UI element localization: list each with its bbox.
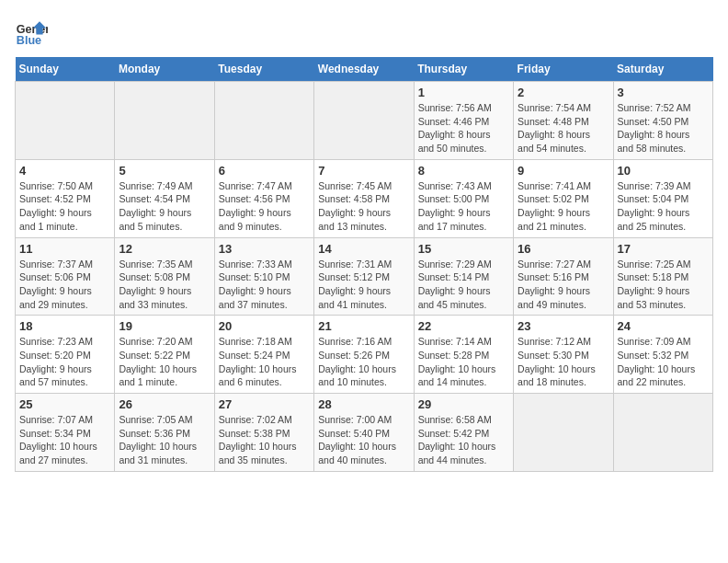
calendar-cell: 28Sunrise: 7:00 AM Sunset: 5:40 PM Dayli… bbox=[314, 394, 414, 472]
day-number: 1 bbox=[418, 86, 509, 99]
calendar-cell bbox=[613, 394, 712, 472]
col-header-sunday: Sunday bbox=[16, 57, 115, 82]
calendar-cell: 6Sunrise: 7:47 AM Sunset: 4:56 PM Daylig… bbox=[214, 159, 313, 237]
day-info: Sunrise: 7:56 AM Sunset: 4:46 PM Dayligh… bbox=[418, 101, 509, 155]
calendar-cell: 10Sunrise: 7:39 AM Sunset: 5:04 PM Dayli… bbox=[613, 159, 712, 237]
day-info: Sunrise: 7:02 AM Sunset: 5:38 PM Dayligh… bbox=[219, 413, 310, 467]
col-header-friday: Friday bbox=[514, 57, 613, 82]
day-number: 14 bbox=[318, 242, 409, 256]
calendar-cell: 14Sunrise: 7:31 AM Sunset: 5:12 PM Dayli… bbox=[314, 237, 414, 316]
calendar-cell: 3Sunrise: 7:52 AM Sunset: 4:50 PM Daylig… bbox=[613, 82, 712, 160]
calendar-cell: 22Sunrise: 7:14 AM Sunset: 5:28 PM Dayli… bbox=[414, 316, 513, 394]
page-header: General Blue bbox=[15, 15, 713, 48]
calendar-cell: 15Sunrise: 7:29 AM Sunset: 5:14 PM Dayli… bbox=[414, 237, 513, 316]
calendar-week-row: 4Sunrise: 7:50 AM Sunset: 4:52 PM Daylig… bbox=[16, 159, 713, 237]
day-number: 24 bbox=[618, 319, 709, 333]
day-info: Sunrise: 7:05 AM Sunset: 5:36 PM Dayligh… bbox=[119, 413, 210, 467]
day-number: 20 bbox=[219, 319, 310, 333]
day-info: Sunrise: 7:27 AM Sunset: 5:16 PM Dayligh… bbox=[518, 258, 609, 312]
calendar-cell: 20Sunrise: 7:18 AM Sunset: 5:24 PM Dayli… bbox=[214, 316, 313, 394]
calendar-table: SundayMondayTuesdayWednesdayThursdayFrid… bbox=[15, 57, 713, 472]
col-header-saturday: Saturday bbox=[613, 57, 712, 82]
calendar-cell: 9Sunrise: 7:41 AM Sunset: 5:02 PM Daylig… bbox=[514, 159, 613, 237]
calendar-week-row: 11Sunrise: 7:37 AM Sunset: 5:06 PM Dayli… bbox=[16, 237, 713, 316]
day-number: 16 bbox=[518, 242, 609, 256]
calendar-cell: 2Sunrise: 7:54 AM Sunset: 4:48 PM Daylig… bbox=[514, 82, 613, 160]
calendar-cell: 16Sunrise: 7:27 AM Sunset: 5:16 PM Dayli… bbox=[514, 237, 613, 316]
calendar-cell: 21Sunrise: 7:16 AM Sunset: 5:26 PM Dayli… bbox=[314, 316, 414, 394]
day-number: 3 bbox=[618, 86, 709, 99]
day-number: 17 bbox=[618, 242, 709, 256]
day-number: 22 bbox=[418, 319, 509, 333]
day-number: 8 bbox=[418, 164, 509, 178]
day-number: 11 bbox=[19, 242, 110, 256]
day-info: Sunrise: 7:45 AM Sunset: 4:58 PM Dayligh… bbox=[318, 179, 409, 234]
calendar-cell: 19Sunrise: 7:20 AM Sunset: 5:22 PM Dayli… bbox=[115, 316, 214, 394]
calendar-cell: 5Sunrise: 7:49 AM Sunset: 4:54 PM Daylig… bbox=[115, 159, 214, 237]
day-number: 7 bbox=[318, 164, 409, 178]
day-info: Sunrise: 7:14 AM Sunset: 5:28 PM Dayligh… bbox=[418, 335, 509, 389]
day-info: Sunrise: 7:25 AM Sunset: 5:18 PM Dayligh… bbox=[618, 258, 709, 312]
day-info: Sunrise: 7:20 AM Sunset: 5:22 PM Dayligh… bbox=[119, 335, 210, 389]
calendar-week-row: 1Sunrise: 7:56 AM Sunset: 4:46 PM Daylig… bbox=[16, 82, 713, 160]
calendar-cell: 7Sunrise: 7:45 AM Sunset: 4:58 PM Daylig… bbox=[314, 159, 414, 237]
calendar-cell bbox=[514, 394, 613, 472]
col-header-thursday: Thursday bbox=[414, 57, 513, 82]
day-info: Sunrise: 7:50 AM Sunset: 4:52 PM Dayligh… bbox=[19, 179, 110, 234]
col-header-monday: Monday bbox=[115, 57, 214, 82]
day-info: Sunrise: 6:58 AM Sunset: 5:42 PM Dayligh… bbox=[418, 413, 509, 467]
calendar-cell bbox=[16, 82, 115, 160]
svg-text:Blue: Blue bbox=[17, 34, 41, 47]
day-number: 26 bbox=[119, 397, 210, 411]
calendar-cell: 26Sunrise: 7:05 AM Sunset: 5:36 PM Dayli… bbox=[115, 394, 214, 472]
day-info: Sunrise: 7:00 AM Sunset: 5:40 PM Dayligh… bbox=[318, 413, 409, 467]
col-header-tuesday: Tuesday bbox=[214, 57, 313, 82]
calendar-header-row: SundayMondayTuesdayWednesdayThursdayFrid… bbox=[16, 57, 713, 82]
day-info: Sunrise: 7:16 AM Sunset: 5:26 PM Dayligh… bbox=[318, 335, 409, 389]
calendar-cell: 27Sunrise: 7:02 AM Sunset: 5:38 PM Dayli… bbox=[214, 394, 313, 472]
calendar-cell: 17Sunrise: 7:25 AM Sunset: 5:18 PM Dayli… bbox=[613, 237, 712, 316]
day-info: Sunrise: 7:33 AM Sunset: 5:10 PM Dayligh… bbox=[219, 258, 310, 312]
day-info: Sunrise: 7:41 AM Sunset: 5:02 PM Dayligh… bbox=[518, 179, 609, 234]
day-number: 18 bbox=[19, 319, 110, 333]
calendar-cell: 29Sunrise: 6:58 AM Sunset: 5:42 PM Dayli… bbox=[414, 394, 513, 472]
day-info: Sunrise: 7:39 AM Sunset: 5:04 PM Dayligh… bbox=[618, 179, 709, 234]
calendar-cell: 4Sunrise: 7:50 AM Sunset: 4:52 PM Daylig… bbox=[16, 159, 115, 237]
logo: General Blue bbox=[15, 15, 51, 48]
day-number: 21 bbox=[318, 319, 409, 333]
day-number: 2 bbox=[518, 86, 609, 99]
col-header-wednesday: Wednesday bbox=[314, 57, 414, 82]
day-info: Sunrise: 7:37 AM Sunset: 5:06 PM Dayligh… bbox=[19, 258, 110, 312]
day-info: Sunrise: 7:12 AM Sunset: 5:30 PM Dayligh… bbox=[518, 335, 609, 389]
calendar-cell: 24Sunrise: 7:09 AM Sunset: 5:32 PM Dayli… bbox=[613, 316, 712, 394]
day-info: Sunrise: 7:43 AM Sunset: 5:00 PM Dayligh… bbox=[418, 179, 509, 234]
calendar-cell: 11Sunrise: 7:37 AM Sunset: 5:06 PM Dayli… bbox=[16, 237, 115, 316]
day-info: Sunrise: 7:47 AM Sunset: 4:56 PM Dayligh… bbox=[219, 179, 310, 234]
calendar-week-row: 25Sunrise: 7:07 AM Sunset: 5:34 PM Dayli… bbox=[16, 394, 713, 472]
day-info: Sunrise: 7:52 AM Sunset: 4:50 PM Dayligh… bbox=[618, 101, 709, 155]
day-info: Sunrise: 7:18 AM Sunset: 5:24 PM Dayligh… bbox=[219, 335, 310, 389]
day-info: Sunrise: 7:49 AM Sunset: 4:54 PM Dayligh… bbox=[119, 179, 210, 234]
day-number: 5 bbox=[119, 164, 210, 178]
day-number: 6 bbox=[219, 164, 310, 178]
day-info: Sunrise: 7:09 AM Sunset: 5:32 PM Dayligh… bbox=[618, 335, 709, 389]
logo-icon: General Blue bbox=[15, 15, 48, 48]
calendar-cell bbox=[115, 82, 214, 160]
day-info: Sunrise: 7:07 AM Sunset: 5:34 PM Dayligh… bbox=[19, 413, 110, 467]
calendar-cell: 13Sunrise: 7:33 AM Sunset: 5:10 PM Dayli… bbox=[214, 237, 313, 316]
day-number: 15 bbox=[418, 242, 509, 256]
calendar-cell: 1Sunrise: 7:56 AM Sunset: 4:46 PM Daylig… bbox=[414, 82, 513, 160]
day-number: 19 bbox=[119, 319, 210, 333]
day-number: 25 bbox=[19, 397, 110, 411]
day-info: Sunrise: 7:35 AM Sunset: 5:08 PM Dayligh… bbox=[119, 258, 210, 312]
calendar-week-row: 18Sunrise: 7:23 AM Sunset: 5:20 PM Dayli… bbox=[16, 316, 713, 394]
calendar-cell: 23Sunrise: 7:12 AM Sunset: 5:30 PM Dayli… bbox=[514, 316, 613, 394]
day-number: 4 bbox=[19, 164, 110, 178]
day-number: 27 bbox=[219, 397, 310, 411]
day-info: Sunrise: 7:29 AM Sunset: 5:14 PM Dayligh… bbox=[418, 258, 509, 312]
day-number: 9 bbox=[518, 164, 609, 178]
day-number: 10 bbox=[618, 164, 709, 178]
day-info: Sunrise: 7:31 AM Sunset: 5:12 PM Dayligh… bbox=[318, 258, 409, 312]
day-number: 23 bbox=[518, 319, 609, 333]
day-info: Sunrise: 7:23 AM Sunset: 5:20 PM Dayligh… bbox=[19, 335, 110, 389]
